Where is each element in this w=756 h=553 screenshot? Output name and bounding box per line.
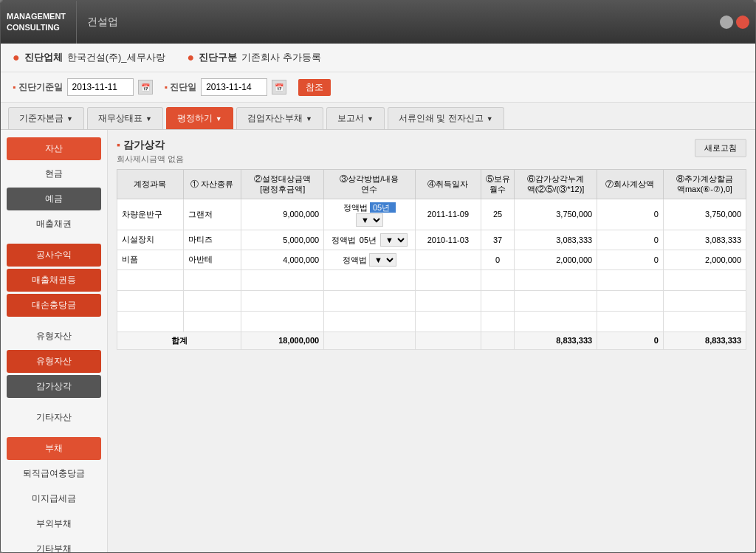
cell-acquire-date-3 bbox=[415, 250, 481, 269]
sidebar-item-unpaid[interactable]: 미지급세금 bbox=[7, 487, 101, 510]
years-select-3[interactable]: ▼ bbox=[369, 253, 396, 267]
cell-additional-1: 3,750,000 bbox=[663, 199, 746, 230]
section-title-block: 감가상각 회사제시금액 없음 bbox=[117, 139, 184, 165]
tab-financial-statement[interactable]: 재무상태표 ▼ bbox=[87, 107, 163, 129]
sidebar-item-retirement[interactable]: 퇴직급여충당금 bbox=[7, 462, 101, 485]
calendar-icon-1[interactable]: 📅 bbox=[138, 80, 153, 95]
diag-company-label: 진단업체 bbox=[24, 51, 63, 64]
years-select-2[interactable]: ▼ bbox=[380, 233, 408, 247]
cell-months-2: 37 bbox=[481, 230, 515, 250]
sidebar: 자산 현금 예금 매출채권 공사수익 매출채권등 대손충당금 유형자산 유형자산… bbox=[1, 130, 108, 552]
sidebar-item-depreciation[interactable]: 감가상각 bbox=[7, 375, 101, 398]
table-row: 차량운반구 그랜저 9,000,000 정액법 ▼ 2011-11-09 25 bbox=[117, 199, 746, 230]
cell-book-val-3: 0 bbox=[597, 250, 664, 269]
total-row: 합계 18,000,000 8,833,333 0 8,833,333 bbox=[117, 332, 746, 349]
tab-report[interactable]: 보고서 ▼ bbox=[326, 107, 385, 129]
date-item-1: 진단기준일 📅 bbox=[13, 78, 153, 96]
col-header-asset-type: ① 자산종류 bbox=[183, 170, 241, 199]
years-display-2: 05년 bbox=[360, 236, 377, 244]
title-bar: MANAGEMENT CONSULTING 건설업 bbox=[1, 1, 755, 44]
date-label-2: 진단일 bbox=[165, 81, 197, 94]
years-input-1[interactable] bbox=[370, 202, 396, 213]
table-row-empty bbox=[117, 269, 746, 290]
col-header-book-value: ⑦회사계상액 bbox=[597, 170, 664, 199]
cell-book-val-2: 0 bbox=[597, 230, 664, 250]
col-header-acquire-date: ④취득일자 bbox=[415, 170, 481, 199]
nav-tabs: 기준자본금 ▼ 재무상태표 ▼ 평정하기 ▼ 검업자산·부채 ▼ 보고서 ▼ 서… bbox=[1, 103, 755, 130]
diag-type: ● 진단구분 기존회사 추가등록 bbox=[188, 51, 321, 64]
col-header-account: 계정과목 bbox=[117, 170, 184, 199]
cell-book-val-1: 0 bbox=[597, 199, 664, 230]
chevron-down-icon: ▼ bbox=[145, 115, 152, 123]
sidebar-item-other-asset[interactable]: 기타자산 bbox=[7, 406, 101, 429]
total-book-val: 0 bbox=[597, 332, 664, 349]
tab-base-capital[interactable]: 기준자본금 ▼ bbox=[8, 107, 84, 129]
sidebar-item-receivable[interactable]: 매출채권 bbox=[7, 213, 101, 236]
tab-rating[interactable]: 평정하기 ▼ bbox=[166, 107, 233, 129]
sidebar-item-construction[interactable]: 공사수익 bbox=[7, 244, 101, 267]
cell-acquire-date-2: 2010-11-03 bbox=[415, 230, 481, 250]
main-content: 자산 현금 예금 매출채권 공사수익 매출채권등 대손충당금 유형자산 유형자산… bbox=[1, 130, 755, 552]
sidebar-item-tangible2[interactable]: 유형자산 bbox=[7, 350, 101, 373]
table-row-empty bbox=[117, 290, 746, 311]
col-header-acc-depreciation: ⑥감가상각누계 액(②⑤/(③*12)] bbox=[515, 170, 597, 199]
cell-account-3: 비품 bbox=[117, 250, 184, 269]
sidebar-item-deposit[interactable]: 예금 bbox=[7, 188, 101, 210]
cell-acc-dep-1: 3,750,000 bbox=[515, 199, 597, 230]
sidebar-item-off-balance[interactable]: 부외부채 bbox=[7, 512, 101, 535]
cell-additional-3: 2,000,000 bbox=[663, 250, 746, 269]
sidebar-item-trade[interactable]: 매출채권등 bbox=[7, 269, 101, 292]
col-header-method: ③상각방법/내용 연수 bbox=[324, 170, 415, 199]
bullet-2: ● bbox=[188, 51, 195, 64]
diag-type-value: 기존회사 추가등록 bbox=[241, 51, 321, 64]
cell-account-1: 차량운반구 bbox=[117, 199, 184, 230]
cell-method-2: 정액법 05년 ▼ bbox=[324, 230, 415, 250]
refresh-button[interactable]: 새로고침 bbox=[695, 139, 746, 157]
cell-months-1: 25 bbox=[481, 199, 515, 230]
sidebar-item-liability[interactable]: 부채 bbox=[7, 437, 101, 460]
cell-asset-type-3: 아반테 bbox=[183, 250, 241, 269]
section-note: 회사제시금액 없음 bbox=[117, 154, 184, 165]
section-header: 감가상각 회사제시금액 없음 새로고침 bbox=[117, 139, 746, 165]
calendar-icon-2[interactable]: 📅 bbox=[272, 80, 286, 95]
date-item-2: 진단일 📅 bbox=[165, 78, 287, 96]
app-logo: MANAGEMENT CONSULTING bbox=[7, 1, 77, 44]
chevron-down-icon: ▼ bbox=[306, 115, 312, 123]
date-label-1: 진단기준일 bbox=[13, 81, 63, 94]
sidebar-item-loan[interactable]: 대손충당금 bbox=[7, 294, 101, 317]
close-button[interactable] bbox=[736, 16, 749, 29]
total-additional: 8,833,333 bbox=[663, 332, 746, 349]
date-bar: 진단기준일 📅 진단일 📅 참조 bbox=[1, 72, 755, 103]
cell-amount-1: 9,000,000 bbox=[241, 199, 324, 230]
cell-asset-type-2: 마티즈 bbox=[183, 230, 241, 250]
cell-asset-type-1: 그랜저 bbox=[183, 199, 241, 230]
table-row: 시설장치 마티즈 5,000,000 정액법 05년 ▼ 2010-11-03 … bbox=[117, 230, 746, 250]
bullet-1: ● bbox=[13, 51, 20, 64]
chevron-down-icon: ▼ bbox=[367, 115, 374, 123]
cell-acquire-date-1: 2011-11-09 bbox=[415, 199, 481, 230]
chevron-down-icon: ▼ bbox=[66, 115, 73, 123]
sidebar-item-asset[interactable]: 자산 bbox=[7, 137, 101, 160]
minimize-button[interactable] bbox=[720, 16, 733, 29]
sidebar-item-other-liability[interactable]: 기타부채 bbox=[7, 537, 101, 552]
col-header-additional: ⑧추가계상할금 액max(⑥-⑦),0] bbox=[663, 170, 746, 199]
date-input-2[interactable] bbox=[201, 78, 267, 96]
app-subtitle: 건설업 bbox=[87, 16, 118, 29]
chevron-down-icon: ▼ bbox=[487, 115, 493, 123]
chevron-down-icon: ▼ bbox=[216, 115, 222, 123]
tab-assets-liabilities[interactable]: 검업자산·부채 ▼ bbox=[236, 107, 323, 129]
window-controls bbox=[720, 16, 749, 29]
cell-acc-dep-3: 2,000,000 bbox=[515, 250, 597, 269]
cell-account-2: 시설장치 bbox=[117, 230, 184, 250]
total-label: 합계 bbox=[117, 332, 241, 349]
date-input-1[interactable] bbox=[67, 78, 134, 96]
reference-button[interactable]: 참조 bbox=[298, 79, 331, 96]
diag-company-value: 한국건설(주)_세무사랑 bbox=[67, 51, 165, 64]
content-area: 감가상각 회사제시금액 없음 새로고침 계정과목 ① 자산종류 ②설정대상금액 … bbox=[108, 130, 755, 552]
tab-print-file[interactable]: 서류인쇄 및 전자신고 ▼ bbox=[388, 107, 504, 129]
cell-amount-2: 5,000,000 bbox=[241, 230, 324, 250]
table-row: 비품 아반테 4,000,000 정액법 ▼ 0 2,000,000 0 bbox=[117, 250, 746, 269]
years-select-1[interactable]: ▼ bbox=[356, 213, 383, 227]
sidebar-item-tangible[interactable]: 유형자산 bbox=[7, 325, 101, 348]
sidebar-item-cash[interactable]: 현금 bbox=[7, 162, 101, 185]
